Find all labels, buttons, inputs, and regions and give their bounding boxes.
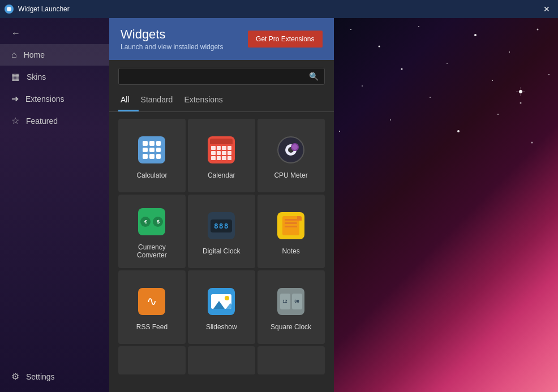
- tab-standard[interactable]: Standard: [139, 91, 182, 111]
- notes-label: Notes: [282, 247, 299, 255]
- widget-panel: 🔍 All Standard Extensions: [109, 60, 334, 392]
- main-container: ← ⌂ Home ▦ Skins ➔ Extensions ☆ Featured…: [0, 18, 558, 392]
- slideshow-label: Slideshow: [206, 323, 237, 331]
- sidebar-skins-label: Skins: [27, 72, 46, 81]
- svg-point-7: [536, 29, 538, 31]
- sidebar-item-featured[interactable]: ☆ Featured: [0, 110, 109, 132]
- svg-point-1: [350, 29, 351, 30]
- widget-calendar[interactable]: Calendar: [188, 119, 255, 192]
- widget-placeholder-3: [257, 346, 325, 374]
- digital-clock-label: Digital Clock: [203, 247, 241, 255]
- svg-point-5: [474, 34, 477, 36]
- title-bar-left: Widget Launcher: [5, 5, 70, 14]
- sidebar-settings-label: Settings: [26, 372, 55, 381]
- currency-icon: € $: [136, 206, 168, 238]
- widget-digital-clock[interactable]: 888 Digital Clock: [188, 195, 255, 268]
- close-button[interactable]: ✕: [540, 3, 553, 15]
- tab-all[interactable]: All: [118, 91, 139, 111]
- sidebar-extensions-label: Extensions: [25, 94, 64, 104]
- svg-point-0: [7, 7, 11, 11]
- calculator-label: Calculator: [136, 171, 167, 179]
- slideshow-icon: [205, 286, 237, 317]
- svg-point-8: [548, 74, 550, 75]
- svg-point-15: [390, 119, 391, 120]
- sidebar-featured-label: Featured: [26, 117, 58, 126]
- sidebar-item-skins[interactable]: ▦ Skins: [0, 66, 109, 88]
- widget-calculator[interactable]: Calculator: [118, 119, 186, 192]
- widget-notes[interactable]: Notes: [257, 195, 325, 268]
- search-bar: 🔍: [109, 60, 334, 91]
- svg-point-6: [509, 51, 510, 53]
- widget-cpu-meter[interactable]: CPU Meter: [257, 119, 325, 192]
- settings-icon: ⚙: [11, 371, 19, 382]
- calendar-label: Calendar: [208, 171, 235, 179]
- rss-feed-label: RSS Feed: [136, 323, 168, 331]
- app-title: Widget Launcher: [18, 5, 70, 13]
- home-icon: ⌂: [11, 50, 17, 60]
- sidebar-home-label: Home: [24, 50, 45, 59]
- svg-point-3: [418, 26, 419, 27]
- extensions-icon: ➔: [11, 93, 19, 104]
- digital-clock-icon: 888: [205, 210, 237, 242]
- stars-decoration: [334, 18, 559, 392]
- calendar-icon: [205, 134, 237, 166]
- page-title: Widgets: [121, 27, 223, 42]
- header-text: Widgets Launch and view installed widget…: [121, 27, 223, 51]
- square-clock-label: Square Clock: [271, 323, 311, 331]
- widget-rss-feed[interactable]: ∿ RSS Feed: [118, 270, 186, 344]
- tabs-bar: All Standard Extensions: [109, 91, 334, 112]
- currency-label: Currency Converter: [123, 243, 181, 259]
- skins-icon: ▦: [11, 71, 20, 82]
- cpu-icon: [275, 134, 307, 166]
- calculator-icon: [136, 134, 168, 166]
- search-container: 🔍: [118, 68, 325, 85]
- search-input[interactable]: [125, 72, 304, 81]
- page-subtitle: Launch and view installed widgets: [121, 43, 223, 51]
- sidebar: ← ⌂ Home ▦ Skins ➔ Extensions ☆ Featured…: [0, 18, 109, 392]
- widget-square-clock[interactable]: 12 00 Square Clock: [257, 270, 325, 344]
- svg-point-2: [378, 46, 380, 48]
- sidebar-item-settings[interactable]: ⚙ Settings: [0, 365, 109, 387]
- svg-point-12: [492, 80, 493, 81]
- tab-extensions[interactable]: Extensions: [182, 91, 231, 111]
- widget-currency-converter[interactable]: € $ Currency Converter: [118, 195, 186, 268]
- background-image: [334, 18, 559, 392]
- svg-point-11: [430, 97, 431, 98]
- rss-icon: ∿: [136, 286, 168, 317]
- widget-slideshow[interactable]: Slideshow: [188, 270, 255, 344]
- get-pro-button[interactable]: Get Pro Extensions: [248, 31, 322, 48]
- cpu-meter-label: CPU Meter: [274, 171, 307, 179]
- back-icon: ←: [11, 28, 20, 38]
- title-bar: Widget Launcher ✕: [0, 0, 558, 18]
- svg-point-9: [362, 85, 363, 87]
- sidebar-item-extensions[interactable]: ➔ Extensions: [0, 88, 109, 110]
- svg-point-13: [520, 102, 521, 104]
- svg-point-4: [447, 63, 448, 64]
- widget-grid: Calculator Calenda: [109, 114, 334, 384]
- sidebar-item-home[interactable]: ⌂ Home: [0, 44, 109, 66]
- svg-point-17: [497, 114, 499, 115]
- page-header: Widgets Launch and view installed widget…: [109, 18, 334, 60]
- search-icon: 🔍: [309, 72, 319, 81]
- app-icon: [5, 5, 14, 14]
- nav-back[interactable]: ←: [0, 23, 109, 44]
- svg-point-14: [339, 131, 340, 132]
- widget-placeholder-2: [188, 346, 255, 374]
- svg-point-16: [457, 130, 460, 132]
- featured-icon: ☆: [11, 115, 19, 126]
- svg-point-18: [531, 142, 533, 144]
- svg-point-10: [401, 68, 402, 70]
- widget-placeholder-1: [118, 346, 186, 374]
- notes-icon: [275, 210, 307, 242]
- square-clock-icon: 12 00: [275, 286, 307, 317]
- content-area: Widgets Launch and view installed widget…: [109, 18, 334, 392]
